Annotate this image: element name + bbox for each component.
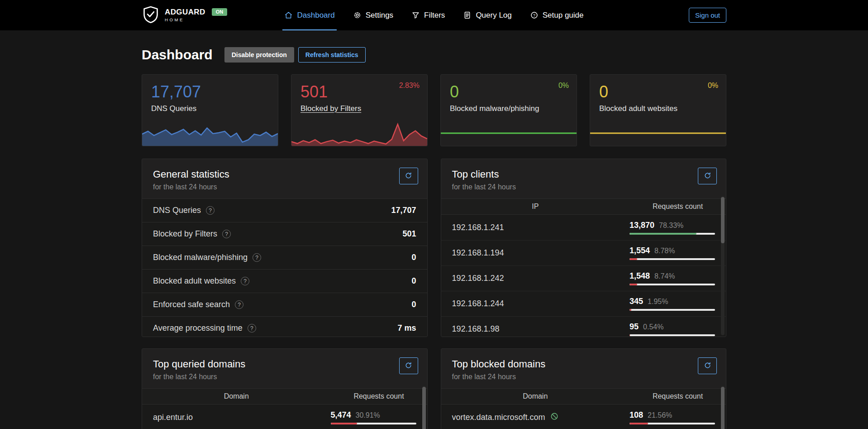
stat-value: 0 [450, 83, 568, 101]
column-header-ip: IP [441, 202, 630, 211]
nav-label: Query Log [476, 11, 511, 20]
gear-icon [353, 11, 362, 19]
stat-row-value: 17,707 [391, 206, 416, 215]
nav-tab-dashboard[interactable]: Dashboard [282, 0, 336, 30]
domain-name[interactable]: vortex.data.microsoft.com [452, 413, 545, 422]
bottom-panels-row: Top queried domains for the last 24 hour… [142, 348, 726, 429]
nav-tab-settings[interactable]: Settings [351, 0, 395, 30]
stat-row-value: 0 [411, 300, 416, 309]
stat-row: Blocked by Filters? 501 [142, 222, 427, 246]
stat-row: Average processing time? 7 ms [142, 316, 427, 337]
brand-subtitle: HOME [165, 18, 227, 22]
brand-text: ADGUARDON HOME [165, 8, 227, 22]
help-icon[interactable]: ? [241, 277, 249, 285]
stat-value: 0 [599, 83, 717, 101]
table-header: Domain Requests count [441, 388, 726, 405]
stat-percent: 0% [708, 82, 718, 90]
home-icon [284, 11, 293, 19]
help-icon[interactable]: ? [253, 253, 261, 262]
refresh-icon [405, 362, 412, 371]
blocked-by-filters-link[interactable]: Blocked by Filters [300, 104, 361, 113]
nav-tab-query-log[interactable]: Query Log [461, 0, 513, 30]
client-row: 192.168.1.194 1,554 8.78% [441, 240, 726, 265]
stat-card-blocked-by-filters: 2.83% 501 Blocked by Filters [291, 74, 428, 146]
request-count: 1,548 [630, 271, 650, 281]
stat-row: Enforced safe search? 0 [142, 293, 427, 316]
request-count: 345 [630, 297, 643, 306]
brand[interactable]: ADGUARDON HOME [142, 0, 277, 30]
stat-row: DNS Queries? 17,707 [142, 198, 427, 222]
stat-percent: 2.83% [399, 82, 420, 90]
nav-label: Setup guide [543, 11, 584, 20]
nav-label: Filters [424, 11, 445, 20]
sign-out-button[interactable]: Sign out [689, 8, 726, 23]
client-ip[interactable]: 192.168.1.242 [441, 274, 630, 283]
stat-row-label: Average processing time [153, 323, 243, 333]
panel-title: Top queried domains [153, 358, 416, 370]
stat-label: DNS Queries [151, 104, 196, 113]
main-content: Dashboard Disable protection Refresh sta… [142, 47, 726, 429]
request-count: 1,554 [630, 246, 650, 255]
request-percent: 21.56% [648, 411, 672, 419]
refresh-icon [405, 172, 412, 181]
panel-subtitle: for the last 24 hours [452, 373, 715, 381]
help-icon[interactable]: ? [235, 300, 243, 309]
page-header: Dashboard Disable protection Refresh sta… [142, 47, 726, 63]
refresh-button[interactable] [399, 168, 418, 184]
request-percent: 0.54% [643, 323, 663, 331]
stat-card-dns-queries: 17,707 DNS Queries [142, 74, 278, 146]
panel-title: Top clients [452, 169, 715, 180]
refresh-button[interactable] [698, 168, 717, 184]
stat-row-value: 501 [402, 229, 416, 239]
refresh-icon [704, 362, 711, 371]
top-blocked-domains-panel: Top blocked domains for the last 24 hour… [441, 348, 727, 429]
panel-subtitle: for the last 24 hours [452, 183, 715, 191]
top-blocked-table: vortex.data.microsoft.com 108 21.56% [441, 405, 726, 429]
scrollbar[interactable] [422, 386, 426, 429]
stat-row-label: Enforced safe search [153, 300, 230, 309]
client-ip[interactable]: 192.168.1.98 [441, 324, 630, 334]
help-icon[interactable]: ? [206, 206, 215, 215]
request-count: 5,474 [331, 410, 351, 420]
progress-bar [630, 284, 715, 285]
progress-bar [630, 258, 715, 260]
help-circle-icon: ? [530, 11, 539, 19]
help-icon[interactable]: ? [222, 230, 231, 238]
refresh-statistics-button[interactable]: Refresh statistics [298, 47, 366, 63]
disable-protection-button[interactable]: Disable protection [224, 47, 294, 63]
stat-label: Blocked adult websites [599, 104, 677, 113]
general-statistics-panel: General statistics for the last 24 hours… [142, 159, 428, 337]
scrollbar-thumb[interactable] [422, 387, 426, 429]
scrollbar-thumb[interactable] [721, 387, 725, 429]
refresh-button[interactable] [399, 357, 418, 374]
panel-title: Top blocked domains [452, 358, 715, 370]
client-row: 192.168.1.244 345 1.95% [441, 291, 726, 316]
log-document-icon [463, 11, 472, 19]
stat-row-label: Blocked malware/phishing [153, 253, 248, 262]
column-header-domain: Domain [142, 392, 331, 400]
help-icon[interactable]: ? [248, 324, 256, 333]
scrollbar-thumb[interactable] [721, 197, 725, 243]
nav-tab-filters[interactable]: Filters [410, 0, 447, 30]
svg-text:?: ? [533, 13, 535, 18]
refresh-button[interactable] [698, 357, 717, 374]
client-ip[interactable]: 192.168.1.194 [441, 248, 630, 258]
stat-cards-row: 17,707 DNS Queries 2.83% 501 Blocked by … [142, 74, 726, 146]
blocked-domain-icon[interactable] [550, 412, 559, 423]
request-count: 13,870 [630, 221, 654, 230]
request-percent: 30.91% [356, 411, 380, 419]
domain-name[interactable]: api.entur.io [142, 413, 331, 422]
nav-tab-setup-guide[interactable]: ? Setup guide [528, 0, 586, 30]
table-header: Domain Requests count [142, 388, 427, 405]
client-ip[interactable]: 192.168.1.241 [441, 223, 630, 232]
scrollbar[interactable] [721, 386, 725, 429]
top-queried-table: api.entur.io 5,474 30.91% [142, 405, 427, 429]
client-row: 192.168.1.241 13,870 78.33% [441, 215, 726, 240]
client-row: 192.168.1.98 95 0.54% [441, 316, 726, 337]
progress-bar [331, 423, 416, 424]
scrollbar[interactable] [721, 196, 725, 335]
stat-card-blocked-adult: 0% 0 Blocked adult websites [590, 74, 726, 146]
client-ip[interactable]: 192.168.1.244 [441, 299, 630, 308]
nav-label: Settings [366, 11, 393, 20]
request-percent: 8.74% [654, 272, 675, 280]
